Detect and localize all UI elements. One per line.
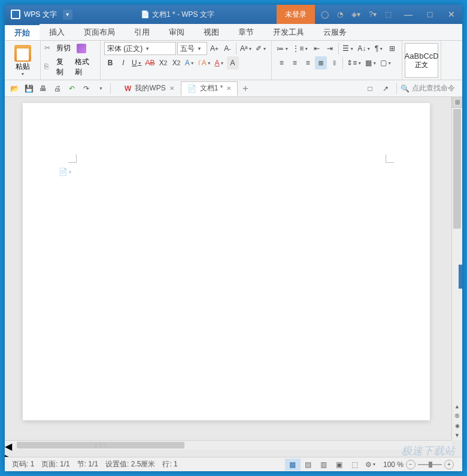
- qa-dropdown[interactable]: ▼: [93, 82, 108, 95]
- save-button[interactable]: 💾: [22, 82, 36, 95]
- bold-button[interactable]: B: [104, 56, 116, 69]
- text-direction-button[interactable]: ☰▼: [341, 42, 355, 55]
- app-menu[interactable]: WPS 文字 ▼: [5, 10, 78, 20]
- minimize-button[interactable]: —: [398, 5, 419, 24]
- print-preview-button[interactable]: 🖶: [36, 82, 50, 95]
- status-line[interactable]: 行: 1: [159, 459, 181, 469]
- fullscreen-icon[interactable]: ⬚: [381, 8, 395, 21]
- text-effects-button[interactable]: A▼: [184, 56, 196, 69]
- copy-button[interactable]: ⎘ 复制 格式刷: [43, 56, 98, 78]
- help-icon[interactable]: ?▾: [365, 8, 380, 21]
- scroll-up-icon[interactable]: ▲: [452, 402, 462, 411]
- scroll-thumb-h[interactable]: ⋮⋮⋮: [17, 442, 184, 448]
- subscript-button[interactable]: X2: [171, 56, 183, 69]
- distribute-button[interactable]: ⫴: [328, 56, 340, 69]
- view-outline[interactable]: ▤: [301, 459, 316, 471]
- tabs-button[interactable]: ⊞: [386, 42, 398, 55]
- align-center-button[interactable]: ≡: [289, 56, 301, 69]
- status-page-number[interactable]: 页码: 1: [8, 459, 38, 469]
- character-shading-button[interactable]: A: [227, 56, 239, 69]
- align-left-button[interactable]: ≡: [275, 56, 287, 69]
- view-settings[interactable]: ⚙▼: [363, 459, 378, 471]
- scroll-thumb[interactable]: [453, 109, 461, 229]
- print-button[interactable]: 🖨: [50, 82, 65, 95]
- command-search[interactable]: 🔍 点此查找命令: [401, 83, 455, 93]
- clear-format-button[interactable]: ✐▼: [254, 42, 268, 55]
- borders-button[interactable]: ▢▼: [379, 56, 393, 69]
- side-panel-toggle[interactable]: [459, 265, 462, 289]
- cloud-icon[interactable]: ◔: [333, 8, 347, 21]
- decrease-indent-button[interactable]: ⇤: [311, 42, 323, 55]
- browse-object-icon[interactable]: ◉: [452, 421, 462, 430]
- app-menu-dropdown-icon[interactable]: ▼: [63, 10, 72, 20]
- login-button[interactable]: 未登录: [277, 5, 315, 24]
- sync-icon[interactable]: ◯: [317, 8, 332, 21]
- redo-button[interactable]: ↷: [79, 82, 93, 95]
- section-icon[interactable]: 📄▾: [59, 168, 71, 176]
- shrink-font-button[interactable]: A-: [222, 42, 234, 55]
- scroll-left-icon[interactable]: ◀: [5, 441, 13, 452]
- increase-indent-button[interactable]: ⇥: [324, 42, 336, 55]
- highlight-button[interactable]: ꜍A▼: [197, 56, 213, 69]
- zoom-slider[interactable]: [418, 464, 442, 465]
- tab-developer[interactable]: 开发工具: [263, 24, 314, 40]
- tab-my-wps[interactable]: W 我的WPS ✕: [118, 81, 181, 96]
- tab-close-icon[interactable]: ✕: [169, 85, 174, 92]
- cut-button[interactable]: ✂ 剪切: [43, 42, 98, 54]
- doc-icon: 📄: [187, 84, 196, 93]
- align-right-button[interactable]: ≡: [302, 56, 314, 69]
- tab-review[interactable]: 审阅: [159, 24, 194, 40]
- close-button[interactable]: ✕: [441, 5, 462, 24]
- tab-close-icon[interactable]: ✕: [226, 85, 231, 92]
- tab-page-layout[interactable]: 页面布局: [74, 24, 125, 40]
- status-set-value[interactable]: 设置值: 2.5厘米: [102, 459, 159, 469]
- view-fullscreen[interactable]: ⬚: [347, 459, 363, 471]
- font-size-combo[interactable]: 五号 ▼: [177, 42, 207, 55]
- status-section[interactable]: 节: 1/1: [74, 459, 102, 469]
- new-tab-button[interactable]: +: [238, 83, 253, 94]
- font-name-combo[interactable]: 宋体 (正文) ▼: [104, 42, 176, 55]
- zoom-value[interactable]: 100 %: [383, 460, 404, 469]
- scroll-down-icon[interactable]: ▼: [452, 430, 462, 440]
- numbering-button[interactable]: ⋮≡▼: [291, 42, 310, 55]
- strikethrough-button[interactable]: AB: [144, 56, 156, 69]
- superscript-button[interactable]: X2: [157, 56, 169, 69]
- sort-button[interactable]: A↓▼: [356, 42, 372, 55]
- ruler-toggle[interactable]: ⊞: [451, 97, 462, 108]
- bullets-button[interactable]: ≔▼: [275, 42, 290, 55]
- tab-section[interactable]: 章节: [229, 24, 263, 40]
- view-print-layout[interactable]: ▦: [285, 459, 301, 471]
- underline-button[interactable]: U▼: [131, 56, 143, 69]
- tab-document-1[interactable]: 📄 文档1 * ✕: [181, 81, 238, 96]
- view-reading[interactable]: ▣: [332, 459, 347, 471]
- open-button[interactable]: 📂: [7, 82, 22, 95]
- undo-button[interactable]: ↶: [65, 82, 79, 95]
- document-page[interactable]: 📄▾: [23, 103, 430, 420]
- shading-button[interactable]: ▦▼: [364, 56, 378, 69]
- status-page-count[interactable]: 页面: 1/1: [38, 459, 73, 469]
- font-color-button[interactable]: A▼: [214, 56, 226, 69]
- skin-icon[interactable]: ◈▾: [348, 8, 364, 21]
- change-case-button[interactable]: Aª▼: [239, 42, 253, 55]
- horizontal-scrollbar[interactable]: ◀ ⋮⋮⋮ ▶: [5, 440, 451, 450]
- tab-insert[interactable]: 插入: [40, 24, 74, 40]
- tab-cloud[interactable]: 云服务: [314, 24, 356, 40]
- scroll-right-icon[interactable]: ▶: [5, 452, 13, 457]
- tab-home[interactable]: 开始: [5, 24, 40, 40]
- style-normal[interactable]: AaBbCcD 正文: [405, 43, 438, 78]
- align-justify-button[interactable]: ≣: [315, 56, 327, 69]
- tab-view[interactable]: 视图: [194, 24, 229, 40]
- tab-references[interactable]: 引用: [125, 24, 159, 40]
- paste-button[interactable]: 粘贴▼: [14, 45, 31, 76]
- grow-font-button[interactable]: A+: [208, 42, 220, 55]
- view-web[interactable]: ▥: [316, 459, 332, 471]
- zoom-out-button[interactable]: −: [406, 460, 416, 469]
- page-up-icon[interactable]: ⦿: [452, 411, 462, 421]
- maximize-button[interactable]: □: [419, 5, 441, 24]
- share-button[interactable]: ↗: [378, 82, 393, 95]
- zoom-in-button[interactable]: +: [444, 460, 454, 469]
- show-marks-button[interactable]: ¶▼: [373, 42, 385, 55]
- italic-button[interactable]: I: [117, 56, 129, 69]
- display-button[interactable]: □: [363, 82, 377, 95]
- line-spacing-button[interactable]: ⇕≡▼: [345, 56, 363, 69]
